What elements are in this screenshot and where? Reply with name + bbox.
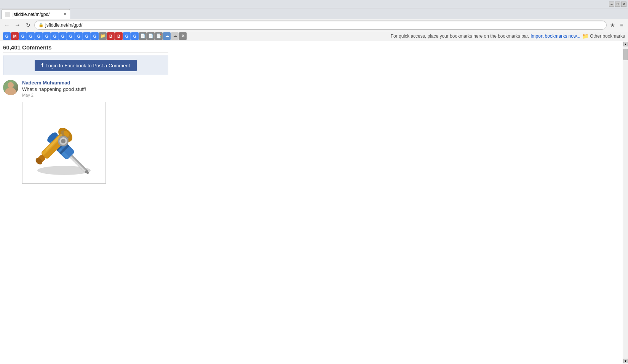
svg-point-19 [61,139,66,143]
bookmark-icon-13[interactable]: 📁 [99,32,107,40]
other-bookmarks-label[interactable]: Other bookmarks [590,33,625,39]
bookmark-icon-22[interactable]: ☁ [171,32,179,40]
avatar [3,80,18,95]
commenter-name[interactable]: Nadeem Muhammad [22,80,168,86]
menu-button[interactable]: ≡ [617,21,626,29]
tools-illustration [30,108,98,178]
active-tab[interactable]: jsfiddle.net/m/gpd/ ✕ [2,9,70,19]
bookmark-icon-10[interactable]: G [75,32,83,40]
tab-bar: jsfiddle.net/m/gpd/ ✕ [0,8,628,19]
bookmark-icon-3[interactable]: G [19,32,27,40]
bookmarks-bar: G M G G G G G G G G G G 📁 B B G G 📄 📄 📑 … [0,31,628,41]
login-button-area: f Login to Facebook to Post a Comment [3,56,168,75]
tab-close-button[interactable]: ✕ [63,12,67,17]
comments-count: 60,401 Comments [3,44,52,51]
comments-header: 60,401 Comments [3,44,168,52]
scroll-thumb[interactable] [623,49,628,60]
content-area: 60,401 Comments f Login to Facebook to P… [0,41,628,364]
bookmark-icon-6[interactable]: G [43,32,51,40]
comments-section: 60,401 Comments f Login to Facebook to P… [0,41,171,187]
star-button[interactable]: ★ [608,21,617,29]
browser-toolbar: ← → ↻ 🔒 jsfiddle.net/m/gpd/ ★ ≡ [0,19,628,31]
bookmark-icon-8[interactable]: G [59,32,67,40]
facebook-login-label: Login to Facebook to Post a Comment [45,63,130,68]
address-bar[interactable]: 🔒 jsfiddle.net/m/gpd/ [34,21,607,30]
lock-icon: 🔒 [38,22,44,27]
bookmark-icon-2[interactable]: M [11,32,19,40]
bookmark-icon-9[interactable]: G [67,32,75,40]
bookmark-icon-16[interactable]: G [123,32,131,40]
bookmark-prompt-text: For quick access, place your bookmarks h… [391,33,529,39]
avatar-image [3,80,18,95]
bookmark-icon-4[interactable]: G [27,32,35,40]
bookmark-icon-7[interactable]: G [51,32,59,40]
comment-text: What's happening good stuff! [22,86,168,92]
import-bookmarks-link[interactable]: Import bookmarks now... [531,33,580,39]
minimize-button[interactable]: – [609,2,614,7]
maximize-button[interactable]: □ [615,2,620,7]
forward-button[interactable]: → [13,21,22,30]
tab-label: jsfiddle.net/m/gpd/ [13,12,50,17]
reload-button[interactable]: ↻ [24,21,33,30]
bookmark-icons: G M G G G G G G G G G G 📁 B B G G 📄 📄 📑 … [3,32,389,40]
scroll-up-button[interactable]: ▲ [623,42,628,46]
close-button[interactable]: ✕ [621,2,626,7]
bookmark-icon-1[interactable]: G [3,32,11,40]
page-content: 60,401 Comments f Login to Facebook to P… [0,41,623,364]
bookmark-icon-17[interactable]: G [131,32,139,40]
facebook-login-button[interactable]: f Login to Facebook to Post a Comment [35,60,137,71]
bookmark-icon-11[interactable]: G [83,32,91,40]
scrollbar: ▲ ▼ [623,41,628,364]
bookmark-icon-15[interactable]: B [115,32,123,40]
bookmarks-right: 📁 Other bookmarks [582,33,625,39]
bookmark-icon-19[interactable]: 📄 [147,32,155,40]
bookmark-icon-5[interactable]: G [35,32,43,40]
bookmark-icon-20[interactable]: 📑 [155,32,163,40]
address-text: jsfiddle.net/m/gpd/ [45,22,82,28]
comment-item: Nadeem Muhammad What's happening good st… [3,78,168,99]
back-button[interactable]: ← [2,21,11,30]
bookmark-icon-23[interactable]: ✕ [179,32,187,40]
chrome-window: – □ ✕ jsfiddle.net/m/gpd/ ✕ ← → ↻ 🔒 jsfi… [0,0,628,364]
bookmark-icon-18[interactable]: 📄 [139,32,147,40]
tab-favicon [5,12,10,17]
window-controls: – □ ✕ [609,2,626,7]
folder-icon: 📁 [582,33,588,39]
tools-image-card [22,102,106,184]
title-bar: – □ ✕ [0,0,628,8]
scroll-down-button[interactable]: ▼ [623,359,628,363]
bookmark-icon-14[interactable]: B [107,32,115,40]
facebook-logo-icon: f [42,62,43,68]
toolbar-right: ★ ≡ [608,21,626,29]
bookmark-icon-12[interactable]: G [91,32,99,40]
comment-date: May 2 [22,93,168,97]
comment-body: Nadeem Muhammad What's happening good st… [22,80,168,97]
bookmark-icon-21[interactable]: ☁ [163,32,171,40]
